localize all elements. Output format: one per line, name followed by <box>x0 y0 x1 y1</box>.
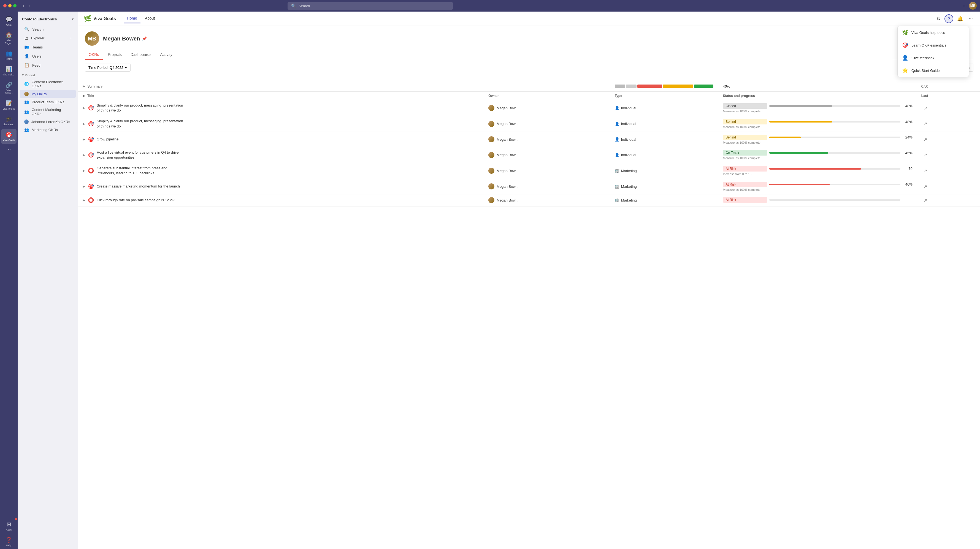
chat-label: Chat <box>6 24 11 26</box>
top-nav: 🌿 Viva Goals Home About ↻ ? 🔔 ··· <box>78 11 980 26</box>
tab-activity[interactable]: Activity <box>156 50 176 60</box>
share-icon[interactable]: ↗ <box>924 137 927 142</box>
nav-arrows: ‹ › <box>21 2 32 10</box>
tab-okrs[interactable]: OKRs <box>85 50 103 60</box>
type-label: Individual <box>621 137 636 141</box>
share-icon[interactable]: ↗ <box>924 121 927 126</box>
sidebar-item-chat[interactable]: 💬 Chat <box>1 14 16 29</box>
dropdown-learn-okr[interactable]: 🎯 Learn OKR essentials <box>898 39 969 51</box>
share-icon[interactable]: ↗ <box>924 106 927 110</box>
search-input[interactable] <box>299 4 450 8</box>
titlebar-more-button[interactable]: ··· <box>963 3 967 9</box>
sidebar-nav-teams[interactable]: 👥 Teams <box>20 43 76 51</box>
profile-info: MB Megan Bowen 📌 <box>85 32 974 46</box>
row-expand-icon[interactable]: ▶ <box>83 153 85 157</box>
okr-title-text: Simplify & clarify our product, messagin… <box>97 103 185 113</box>
sidebar-item-viva-learning[interactable]: 🎓 Viva Lear... <box>1 113 16 128</box>
sidebar-nav-explorer[interactable]: 🗂 Explorer › <box>20 34 76 43</box>
okr-title-cell: ▶ ⭕ Click-through rate on pre-sale campa… <box>78 194 484 206</box>
owner-cell-content: Megan Bow... <box>488 105 606 111</box>
share-icon[interactable]: ↗ <box>924 152 927 157</box>
status-cell-content: At Risk 70 Increase from 0 to 150 <box>723 166 913 176</box>
pinned-toggle-icon[interactable]: ▾ <box>22 73 24 77</box>
pinned-contoso-okrs[interactable]: 🌐 Contoso Electronics OKRs <box>20 78 76 90</box>
share-icon[interactable]: ↗ <box>924 198 927 203</box>
sidebar-item-viva-insights[interactable]: 📊 Viva Insig... <box>1 63 16 78</box>
org-selector[interactable]: Contoso Electronics ▾ <box>18 15 78 24</box>
table-row: ▶ 🎯 Simplify & clarify our product, mess… <box>78 100 980 116</box>
sidebar-nav-feed[interactable]: 📋 Feed <box>20 61 76 70</box>
row-expand-icon[interactable]: ▶ <box>83 137 85 141</box>
progress-pct: 70 <box>903 167 913 171</box>
pinned-marketing-okrs[interactable]: 👥 Marketing OKRs <box>20 126 76 133</box>
owner-name: Megan Bow... <box>496 169 519 173</box>
viva-insights-icon: 📊 <box>5 66 13 72</box>
sidebar-nav-search[interactable]: 🔍 Search <box>20 25 76 33</box>
col-title: ▶ Title <box>78 92 484 100</box>
user-avatar[interactable]: MB <box>969 2 977 10</box>
type-label: Marketing <box>621 169 637 173</box>
sidebar-item-help[interactable]: ❓ Help <box>1 535 16 549</box>
dropdown-help-docs[interactable]: 🌿 Viva Goals help docs <box>898 26 969 39</box>
share-icon[interactable]: ↗ <box>924 184 927 189</box>
sidebar-item-viva-engage[interactable]: 🏠 Viva Enga... <box>1 29 16 47</box>
apps-label: Apps <box>6 528 12 531</box>
sidebar-item-more[interactable]: ··· <box>1 145 16 154</box>
forward-button[interactable]: › <box>27 2 32 10</box>
dropdown-give-feedback[interactable]: 👤 Give feedback <box>898 51 969 64</box>
time-period-button[interactable]: Time Period: Q4 2022 ▾ <box>85 63 130 71</box>
measure-label: Measure as 100% complete <box>723 141 913 144</box>
okr-last-cell: ↗ <box>917 179 980 194</box>
summary-label: Summary <box>88 84 103 88</box>
progress-pct: 46% <box>903 182 913 186</box>
contoso-okrs-icon: 🌐 <box>24 82 29 86</box>
pinned-content-marketing[interactable]: 👥 Content Marketing OKRs <box>20 106 76 117</box>
pinned-product-team[interactable]: 👥 Product Team OKRs <box>20 98 76 106</box>
close-button[interactable] <box>3 4 6 8</box>
nav-link-about[interactable]: About <box>142 14 158 24</box>
pinned-my-okrs[interactable]: My OKRs <box>20 90 76 98</box>
pinned-johanna[interactable]: Johanna Lorenz's OKRs <box>20 118 76 125</box>
sidebar-item-viva-goals[interactable]: 🎯 Viva Goals <box>1 129 16 144</box>
sidebar-nav-users[interactable]: 👤 Users <box>20 52 76 60</box>
back-button[interactable]: ‹ <box>21 2 25 10</box>
title-expand-icon[interactable]: ▶ <box>83 94 85 98</box>
refresh-button[interactable]: ↻ <box>935 14 942 24</box>
progress-bar-bg <box>769 168 900 170</box>
content-marketing-label: Content Marketing OKRs <box>32 108 72 116</box>
summary-bar-3 <box>637 84 662 88</box>
row-expand-icon[interactable]: ▶ <box>83 169 85 173</box>
progress-bar-row: Behind 24% <box>723 135 913 140</box>
sidebar-item-teams[interactable]: 👥 Teams <box>1 48 16 62</box>
minimize-button[interactable] <box>8 4 11 8</box>
row-expand-icon[interactable]: ▶ <box>83 106 85 110</box>
sidebar-item-apps[interactable]: ⊞ Apps <box>1 519 16 533</box>
nav-link-home[interactable]: Home <box>124 14 140 24</box>
share-icon[interactable]: ↗ <box>924 168 927 173</box>
progress-bar-bg <box>769 199 900 201</box>
help-button[interactable]: ? <box>945 14 953 23</box>
viva-goals-dropdown-icon: 🌿 <box>902 29 908 35</box>
notifications-button[interactable]: 🔔 <box>956 14 965 24</box>
topnav-more-button[interactable]: ··· <box>967 14 975 23</box>
row-expand-icon[interactable]: ▶ <box>83 184 85 188</box>
tab-dashboards[interactable]: Dashboards <box>127 50 155 60</box>
status-cell-content: At Risk 46% Measure as 100% complete <box>723 182 913 191</box>
type-icon: 👤 <box>615 137 619 141</box>
okr-owner-cell: Megan Bow... <box>484 163 610 179</box>
okr-last-cell: ↗ <box>917 194 980 206</box>
maximize-button[interactable] <box>13 4 16 8</box>
tab-projects[interactable]: Projects <box>104 50 126 60</box>
sidebar-item-viva-connections[interactable]: 🔗 Viva Conn... <box>1 79 16 97</box>
summary-expand-icon[interactable]: ▶ <box>83 84 85 88</box>
owner-name: Megan Bow... <box>496 153 519 157</box>
dropdown-quick-start[interactable]: ⭐ Quick Start Guide <box>898 64 969 77</box>
my-okrs-avatar <box>24 92 29 96</box>
status-badge: On Track <box>723 150 767 155</box>
row-expand-icon[interactable]: ▶ <box>83 122 85 126</box>
search-bar[interactable]: 🔍 <box>288 2 453 10</box>
okr-status-cell: At Risk 70 Increase from 0 to 150 <box>719 163 917 179</box>
sidebar-item-viva-topics[interactable]: 📝 Viva Topics <box>1 98 16 112</box>
row-expand-icon[interactable]: ▶ <box>83 198 85 202</box>
contoso-okrs-label: Contoso Electronics OKRs <box>32 80 72 88</box>
